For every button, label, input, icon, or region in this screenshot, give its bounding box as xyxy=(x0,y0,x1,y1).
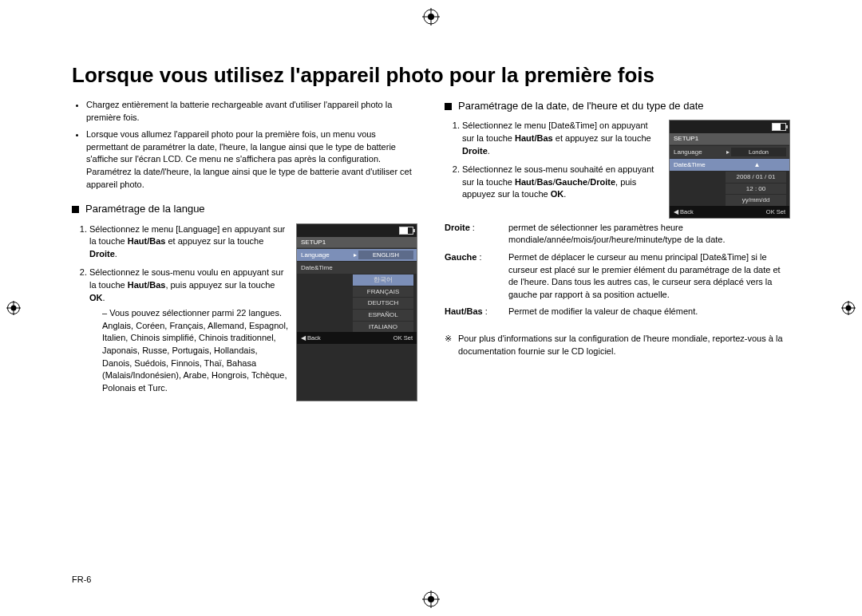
languages-note: Vous pouvez sélectionner parmi 22 langue… xyxy=(102,307,288,394)
svg-point-11 xyxy=(11,306,17,311)
battery-icon xyxy=(399,227,413,235)
svg-point-3 xyxy=(428,14,434,20)
right-column: Paramétrage de la date, de l'heure et du… xyxy=(445,99,790,401)
lcd-tab: SETUP1 xyxy=(670,133,789,145)
section-heading: Paramétrage de la date, de l'heure et du… xyxy=(458,99,703,113)
step-item: Sélectionnez le sous-menu voulu en appuy… xyxy=(89,267,288,394)
crop-mark-left xyxy=(6,301,21,315)
svg-point-7 xyxy=(428,596,434,602)
lcd-option: 한국어 xyxy=(353,274,413,286)
lcd-row-label: Date&Time xyxy=(670,161,725,169)
lcd-row-value: London xyxy=(731,148,786,156)
lcd-row-label: Language xyxy=(670,148,725,156)
key-label: Gauche xyxy=(445,251,508,301)
note-block: ※ Pour plus d'informations sur la config… xyxy=(445,333,790,357)
chevron-up-icon: ▲ xyxy=(725,161,789,169)
asterisk-icon: ※ xyxy=(445,333,452,357)
step-item: Sélectionnez le menu [Language] en appuy… xyxy=(89,223,288,261)
lcd-option: DEUTSCH xyxy=(353,298,413,309)
lcd-row-value: ENGLISH xyxy=(358,251,413,259)
lcd-date-screenshot: SETUP1 Language ▸ London Date&Time ▲ 200… xyxy=(669,120,790,218)
language-steps: Sélectionnez le menu [Language] en appuy… xyxy=(72,223,288,395)
step-item: Sélectionnez le menu [Date&Time] on appu… xyxy=(462,120,661,157)
intro-bullet: Lorsque vous allumez l'appareil photo po… xyxy=(86,128,417,191)
lcd-row-label: Date&Time xyxy=(297,264,352,272)
crop-mark-top xyxy=(422,8,440,26)
lcd-ok-label: OK xyxy=(393,334,402,342)
note-text: Pour plus d'informations sur la configur… xyxy=(458,333,790,357)
square-bullet-icon xyxy=(445,103,452,110)
page-number: FR-6 xyxy=(72,575,91,584)
chevron-right-icon: ▸ xyxy=(725,148,731,156)
svg-point-15 xyxy=(846,306,852,311)
step-item: Sélectionnez le sous-menu souhaité en ap… xyxy=(462,164,661,201)
lcd-back-label: Back xyxy=(307,334,321,342)
intro-bullet: Chargez entièrement la batterie recharge… xyxy=(86,99,417,124)
lcd-tab: SETUP1 xyxy=(297,237,417,249)
lcd-option: FRANÇAIS xyxy=(353,286,413,298)
lcd-option: ITALIANO xyxy=(353,322,413,333)
lcd-language-screenshot: SETUP1 Language ▸ ENGLISH Date&Time 한국어 … xyxy=(296,223,417,401)
key-desc: permet de sélectionner les paramètres he… xyxy=(508,222,790,247)
direction-keys-table: Droite permet de sélectionner les paramè… xyxy=(445,222,790,318)
section-heading: Paramétrage de la langue xyxy=(85,202,205,216)
left-column: Chargez entièrement la batterie recharge… xyxy=(72,99,417,401)
key-label: Droite xyxy=(445,222,508,247)
lcd-value: 2008 / 01 / 01 xyxy=(726,172,786,183)
lcd-option: ESPAÑOL xyxy=(353,310,413,321)
page-title: Lorsque vous utilisez l'appareil photo p… xyxy=(72,64,790,88)
lcd-set-label: Set xyxy=(777,208,785,215)
crop-mark-bottom xyxy=(422,590,440,608)
key-label: Haut/Bas xyxy=(445,306,508,318)
lcd-value: yy/mm/dd xyxy=(726,195,786,206)
lcd-value: 12 : 00 xyxy=(726,184,786,195)
battery-icon xyxy=(772,123,786,131)
chevron-right-icon: ▸ xyxy=(352,251,358,259)
lcd-ok-label: OK xyxy=(766,208,775,215)
lcd-row-label: Language xyxy=(297,251,352,259)
date-steps: Sélectionnez le menu [Date&Time] on appu… xyxy=(445,120,661,201)
intro-bullets: Chargez entièrement la batterie recharge… xyxy=(72,99,417,191)
square-bullet-icon xyxy=(72,206,79,213)
crop-mark-right xyxy=(841,301,856,315)
lcd-set-label: Set xyxy=(404,334,413,342)
lcd-back-label: Back xyxy=(680,208,694,215)
key-desc: Permet de déplacer le curseur au menu pr… xyxy=(508,251,790,301)
key-desc: Permet de modifier la valeur de chaque é… xyxy=(508,306,790,318)
